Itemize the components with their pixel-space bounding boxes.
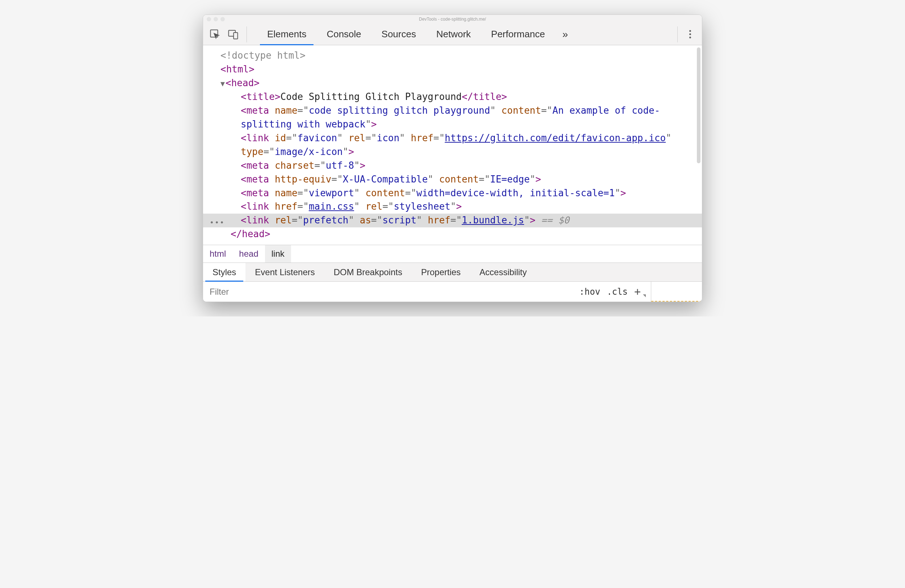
dom-node-link-selected[interactable]: ••• <link rel="prefetch" as="script" hre… bbox=[203, 214, 702, 227]
dom-node-head[interactable]: ▼<head> bbox=[221, 76, 695, 90]
breadcrumb-item[interactable]: head bbox=[232, 245, 265, 262]
traffic-lights bbox=[207, 17, 225, 21]
dom-node-meta[interactable]: <meta name="code splitting glitch playgr… bbox=[221, 104, 695, 132]
toolbar-right bbox=[677, 26, 695, 42]
console-shortcut-label: == $0 bbox=[535, 215, 569, 226]
styles-subtabs: Styles Event Listeners DOM Breakpoints P… bbox=[203, 262, 702, 281]
tab-sources[interactable]: Sources bbox=[372, 24, 426, 45]
tab-label: Elements bbox=[267, 29, 306, 40]
window-title: DevTools - code-splitting.glitch.me/ bbox=[419, 17, 486, 22]
dom-node-meta[interactable]: <meta http-equiv="X-UA-Compatible" conte… bbox=[221, 173, 695, 186]
filter-controls: :hov .cls + bbox=[573, 282, 651, 302]
devtools-window: DevTools - code-splitting.glitch.me/ Ele… bbox=[203, 14, 702, 302]
more-tabs-button[interactable]: » bbox=[555, 24, 575, 45]
dom-node-head-close[interactable]: </head> bbox=[221, 227, 695, 241]
window-titlebar: DevTools - code-splitting.glitch.me/ bbox=[203, 15, 702, 24]
elements-dom-tree[interactable]: <!doctype html> <html> ▼<head> <title>Co… bbox=[203, 45, 702, 245]
main-toolbar: Elements Console Sources Network Perform… bbox=[203, 24, 702, 45]
box-model-preview bbox=[651, 282, 702, 302]
scrollbar[interactable] bbox=[697, 48, 700, 163]
subtab-styles[interactable]: Styles bbox=[203, 263, 245, 281]
svg-rect-2 bbox=[233, 33, 238, 39]
panel-tabs: Elements Console Sources Network Perform… bbox=[257, 24, 677, 45]
expand-arrow-icon[interactable]: ▼ bbox=[221, 79, 225, 88]
tab-label: Performance bbox=[491, 29, 545, 40]
tab-label: Sources bbox=[381, 29, 416, 40]
subtab-dom-breakpoints[interactable]: DOM Breakpoints bbox=[324, 263, 411, 281]
tab-console[interactable]: Console bbox=[316, 24, 371, 45]
dom-node-meta[interactable]: <meta name="viewport" content="width=dev… bbox=[221, 186, 695, 200]
dom-node-link[interactable]: <link href="main.css" rel="stylesheet"> bbox=[221, 200, 695, 214]
tab-label: Network bbox=[436, 29, 471, 40]
dom-node-meta[interactable]: <meta charset="utf-8"> bbox=[221, 159, 695, 173]
subtab-event-listeners[interactable]: Event Listeners bbox=[245, 263, 324, 281]
dom-node-html[interactable]: <html> bbox=[221, 63, 695, 76]
cls-toggle[interactable]: .cls bbox=[607, 287, 628, 297]
settings-menu-icon[interactable] bbox=[685, 30, 695, 38]
toolbar-icon-group bbox=[210, 26, 247, 42]
dom-node-link[interactable]: <link id="favicon" rel="icon" href="http… bbox=[221, 132, 695, 159]
minimize-window-icon[interactable] bbox=[214, 17, 218, 21]
row-actions-icon[interactable]: ••• bbox=[210, 217, 225, 228]
close-window-icon[interactable] bbox=[207, 17, 211, 21]
breadcrumb: html head link bbox=[203, 245, 702, 262]
dom-node-title[interactable]: <title>Code Splitting Glitch Playground<… bbox=[221, 90, 695, 104]
maximize-window-icon[interactable] bbox=[221, 17, 225, 21]
tab-performance[interactable]: Performance bbox=[481, 24, 555, 45]
subtab-accessibility[interactable]: Accessibility bbox=[470, 263, 537, 281]
tab-network[interactable]: Network bbox=[426, 24, 481, 45]
styles-filter-row: :hov .cls + bbox=[203, 281, 702, 302]
breadcrumb-item[interactable]: link bbox=[265, 245, 291, 262]
device-toggle-icon[interactable] bbox=[228, 29, 238, 40]
tab-label: Console bbox=[327, 29, 361, 40]
new-style-rule-icon[interactable]: + bbox=[634, 285, 645, 298]
inspect-element-icon[interactable] bbox=[210, 29, 221, 40]
dom-node-doctype[interactable]: <!doctype html> bbox=[221, 49, 695, 63]
breadcrumb-item[interactable]: html bbox=[203, 245, 232, 262]
chevron-right-icon: » bbox=[562, 29, 568, 40]
styles-filter-input[interactable] bbox=[203, 282, 573, 302]
tab-elements[interactable]: Elements bbox=[257, 24, 316, 45]
hov-toggle[interactable]: :hov bbox=[579, 287, 600, 297]
subtab-properties[interactable]: Properties bbox=[411, 263, 470, 281]
